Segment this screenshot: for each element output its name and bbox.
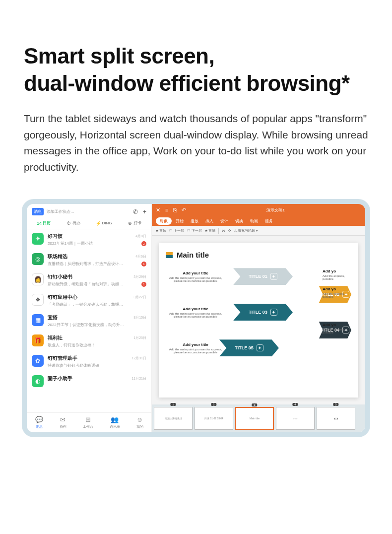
- item-name: 钉钉应用中心: [48, 294, 77, 301]
- filter-tab[interactable]: ⏱待办: [66, 220, 80, 226]
- save-icon[interactable]: ⎘: [173, 207, 177, 213]
- nav-item[interactable]: ⊞工作台: [83, 416, 93, 429]
- item-subtitle: 敬业人，钉钉送你敬业福！: [48, 342, 95, 348]
- item-time: 8月10日: [133, 315, 146, 320]
- nav-item[interactable]: 💬消息: [35, 416, 43, 429]
- hero-section: Smart split screen, dual-window efficien…: [0, 0, 392, 175]
- menu-item[interactable]: 对象: [156, 217, 172, 225]
- toolbar-button[interactable]: ⬚ 下一层: [187, 228, 202, 233]
- undo-icon[interactable]: ↶: [182, 207, 186, 213]
- tool-icon: ⋈: [222, 229, 225, 233]
- menu-item[interactable]: 开始: [173, 217, 187, 225]
- nav-item[interactable]: ✉协作: [60, 416, 66, 429]
- item-name: 好习惯: [48, 233, 63, 240]
- avatar-icon: ◎: [32, 253, 44, 265]
- item-subtitle: 2022开工节｜认证数字化新技能，助你升职加薪>>: [48, 322, 125, 328]
- menu-item[interactable]: 设计: [217, 217, 231, 225]
- arrow-caption[interactable]: Add your title Add the main point you wa…: [166, 342, 225, 354]
- plus-icon[interactable]: +: [143, 208, 146, 215]
- filter-tab[interactable]: ⊕打卡: [128, 220, 141, 226]
- menu-icon[interactable]: ≡: [165, 207, 168, 213]
- filter-tab[interactable]: ⚡DING: [96, 220, 112, 226]
- item-subtitle: 「考勤确认」：一键分发确认考勤，掌握确认状…: [48, 302, 125, 307]
- list-item[interactable]: ❖ 钉钉应用中心 3月22日 「考勤确认」：一键分发确认考勤，掌握确认状…: [27, 290, 151, 311]
- toolbar-button[interactable]: ⬚ 上一层: [169, 228, 184, 233]
- item-time: 1月25日: [133, 335, 146, 340]
- chat-list[interactable]: ✈ 好习惯 4月8日 2022年第14周｜一周小结 2 ◎ 职场精选 4月6日 …: [27, 229, 151, 412]
- unread-badge: 1: [141, 282, 146, 287]
- arrow-shape[interactable]: TITLE 01✦: [233, 268, 293, 285]
- tablet-mockup: 消息 添加工作状态… ✆ + 14日历⏱待办⚡DING⊕打卡 ✈ 好习惯 4月8…: [22, 199, 370, 437]
- slide-thumbnail[interactable]: 5◐◑: [317, 407, 355, 430]
- arrow-side-caption[interactable]: Add yoAdd the express, possible: [323, 269, 352, 280]
- thumb-number: 3: [252, 403, 257, 406]
- item-name: 钉钉管理助手: [48, 355, 77, 362]
- bottom-nav: 💬消息✉协作⊞工作台👥通讯录☺我的: [27, 412, 151, 432]
- item-subtitle: 直播精选｜从经验到需求，打造产品设计思路: [48, 261, 125, 267]
- avatar-icon: 👩: [32, 273, 44, 285]
- menu-bar: 对象开始播放插入设计切换动画服务: [152, 216, 365, 226]
- arrow-caption[interactable]: Add your title Add the main point you wa…: [166, 271, 225, 282]
- toolbar-button[interactable]: ⟳: [228, 229, 231, 233]
- toolbar: ⬘ 置顶⬚ 上一层⬚ 下一层⬘ 置底⋈ ⟳ ◬ 填充与轮廓 ▾: [152, 226, 365, 236]
- avatar-icon: ▦: [32, 314, 44, 326]
- arrow-side-caption[interactable]: Add yoAdd the express, possible: [323, 287, 352, 298]
- arrow-side-caption[interactable]: Add yoAdd the express, possible: [323, 323, 352, 334]
- list-item[interactable]: ▦ 宜搭 8月10日 2022开工节｜认证数字化新技能，助你升职加薪>>: [27, 311, 151, 331]
- hero-title: Smart split screen, dual-window efficien…: [24, 42, 368, 97]
- slide-thumbnails: 1高清大海报设计2目录 01 02 03 043Main title4○○○5◐…: [152, 404, 365, 432]
- item-subtitle: 特邀你参与钉钉考勤体验调研: [48, 363, 99, 368]
- slide-thumbnail[interactable]: 3Main title: [235, 407, 274, 430]
- title-accent-icon: [166, 252, 173, 258]
- phone-icon[interactable]: ✆: [133, 208, 138, 215]
- nav-icon: ⊞: [85, 416, 91, 423]
- slide-thumbnail[interactable]: 2目录 01 02 03 04: [195, 407, 233, 430]
- menu-item[interactable]: 插入: [202, 217, 216, 225]
- slide[interactable]: Main title Add your title Add the main p…: [159, 243, 358, 398]
- list-item[interactable]: 👩 钉钉小秘书 3月29日 新功能升级，考勤新增「自动对班」功能，打… 1: [27, 270, 151, 290]
- arrow-shape[interactable]: TITLE 03✦: [233, 304, 293, 321]
- toolbar-button[interactable]: ⋈: [222, 229, 225, 233]
- filter-tab[interactable]: 14日历: [37, 220, 51, 226]
- hero-body: Turn the tablet sideways and watch thous…: [24, 111, 368, 175]
- toolbar-button[interactable]: ◬ 填充与轮廓 ▾: [234, 228, 258, 233]
- list-item[interactable]: ◎ 职场精选 4月6日 直播精选｜从经验到需求，打造产品设计思路 1: [27, 250, 151, 270]
- thumb-number: 2: [211, 403, 216, 406]
- menu-item[interactable]: 服务: [262, 217, 276, 225]
- left-app-header: 消息 添加工作状态… ✆ +: [27, 204, 151, 217]
- close-icon[interactable]: ✕: [156, 207, 160, 213]
- left-app-tabs: 14日历⏱待办⚡DING⊕打卡: [27, 217, 151, 229]
- presentation-titlebar: ✕≡⎘↶ 演示文稿1: [152, 204, 365, 216]
- slide-main-title[interactable]: Main title: [177, 251, 209, 259]
- nav-item[interactable]: ☺我的: [136, 416, 143, 429]
- nav-item[interactable]: 👥通讯录: [110, 416, 120, 429]
- toolbar-button[interactable]: ⬘ 置顶: [156, 228, 166, 233]
- list-item[interactable]: ◐ 圈子小助手 11月21日: [27, 372, 151, 391]
- list-item[interactable]: 🎁 福利社 1月25日 敬业人，钉钉送你敬业福！: [27, 331, 151, 351]
- slide-canvas[interactable]: Main title Add your title Add the main p…: [152, 236, 365, 404]
- arrow-shape[interactable]: TITLE 05✦: [219, 339, 279, 356]
- toolbar-button[interactable]: ⬘ 置底: [205, 228, 215, 233]
- nav-icon: ✉: [60, 416, 65, 423]
- item-time: 4月8日: [135, 234, 146, 239]
- menu-item[interactable]: 动画: [247, 217, 261, 225]
- status-text[interactable]: 添加工作状态…: [47, 209, 130, 214]
- list-item[interactable]: ✿ 钉钉管理助手 12月31日 特邀你参与钉钉考勤体验调研: [27, 351, 151, 372]
- tool-icon: ⟳: [228, 229, 231, 233]
- document-title: 演示文稿1: [190, 207, 361, 213]
- list-item[interactable]: ✈ 好习惯 4月8日 2022年第14周｜一周小结 2: [27, 229, 151, 250]
- menu-item[interactable]: 切换: [232, 217, 246, 225]
- slide-thumbnail[interactable]: 1高清大海报设计: [154, 407, 193, 430]
- item-subtitle: 新功能升级，考勤新增「自动对班」功能，打…: [48, 281, 125, 287]
- tool-icon: ⬘: [156, 229, 158, 233]
- slide-thumbnail[interactable]: 4○○○: [276, 407, 315, 430]
- menu-item[interactable]: 播放: [188, 217, 201, 225]
- arrow-caption[interactable]: Add your title Add the main point you wa…: [166, 307, 225, 318]
- avatar-icon: ◐: [32, 375, 44, 387]
- item-time: 12月31日: [131, 356, 146, 361]
- arrow-diagram[interactable]: Add your title Add the main point you wa…: [166, 268, 351, 372]
- thumb-number: 4: [292, 403, 298, 406]
- avatar-icon: ❖: [32, 294, 44, 306]
- arrow-inner-icon: ✦: [257, 344, 263, 351]
- nav-icon: ☺: [136, 416, 143, 423]
